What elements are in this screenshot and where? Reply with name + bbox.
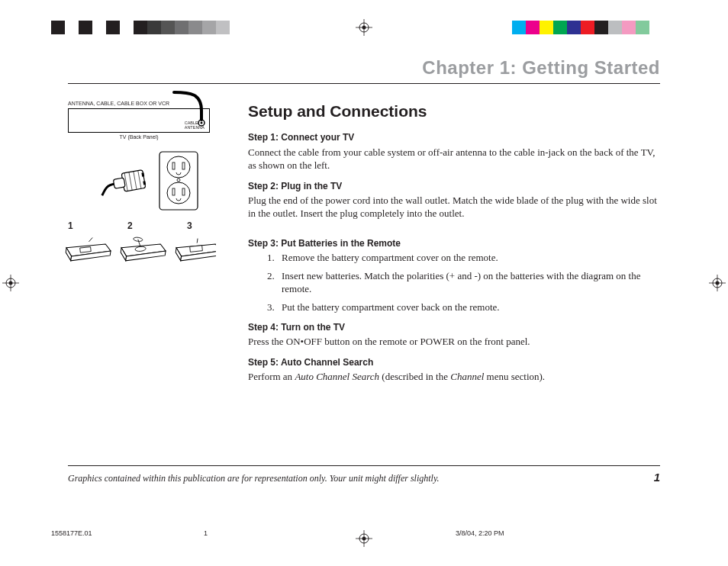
svg-rect-34 [80,247,92,252]
step2-body: Plug the end of the power cord into the … [248,194,660,220]
jack-label: CABLE/ ANTENNA [185,121,205,130]
svg-rect-29 [113,178,125,188]
page-footer: Graphics contained within this publicati… [68,465,660,484]
remote-step-num-2: 2 [127,220,133,231]
slug-page: 1 [204,529,456,537]
slug-doc-id: 1558177E.01 [51,529,204,537]
step1-heading: Step 1: Connect your TV [248,131,660,143]
rule-top [68,83,660,84]
print-slug: 1558177E.01 1 3/8/04, 2:20 PM [51,529,677,537]
step3-li1: Remove the battery compartment cover on … [277,251,660,265]
page-content: Chapter 1: Getting Started ANTENNA, CABL… [68,57,660,391]
rule-bottom [68,465,660,466]
step5-body: Perform an Auto Channel Search (describe… [248,370,660,384]
step3-li2: Insert new batteries. Match the polariti… [277,269,660,296]
step3-li3: Put the battery compartment cover back o… [277,301,660,314]
illus-plug-outlet [68,147,227,214]
registration-mark-icon [2,275,19,291]
svg-point-36 [134,236,143,242]
svg-rect-37 [190,246,203,252]
illustration-column: ANTENNA, CABLE, CABLE BOX OR VCR CABLE/ … [68,101,227,391]
text-column: Setup and Connections Step 1: Connect yo… [248,101,660,391]
illus-remote-batteries: 1 2 3 [68,220,227,266]
step4-body: Press the ON•OFF button on the remote or… [248,335,660,349]
step1-body: Connect the cable from your cable system… [248,146,660,172]
step4-heading: Step 4: Turn on the TV [248,321,660,333]
chapter-title: Chapter 1: Getting Started [68,57,660,79]
registration-mark-icon [356,19,372,36]
registration-mark-icon [709,275,726,291]
step5-heading: Step 5: Auto Channel Search [248,356,660,368]
step3-heading: Step 3: Put Batteries in the Remote [248,237,660,249]
tv-panel-caption: TV (Back Panel) [68,134,210,140]
remote-step-num-3: 3 [187,220,192,231]
illus-tv-back-panel: CABLE/ ANTENNA [68,108,210,133]
footer-disclaimer: Graphics contained within this publicati… [68,473,440,484]
section-title: Setup and Connections [248,101,660,122]
page-number: 1 [654,471,660,484]
remote-step-num-1: 1 [68,220,73,231]
step2-heading: Step 2: Plug in the TV [248,180,660,192]
jack-label-line2: ANTENNA [185,125,205,130]
slug-date: 3/8/04, 2:20 PM [456,529,677,537]
